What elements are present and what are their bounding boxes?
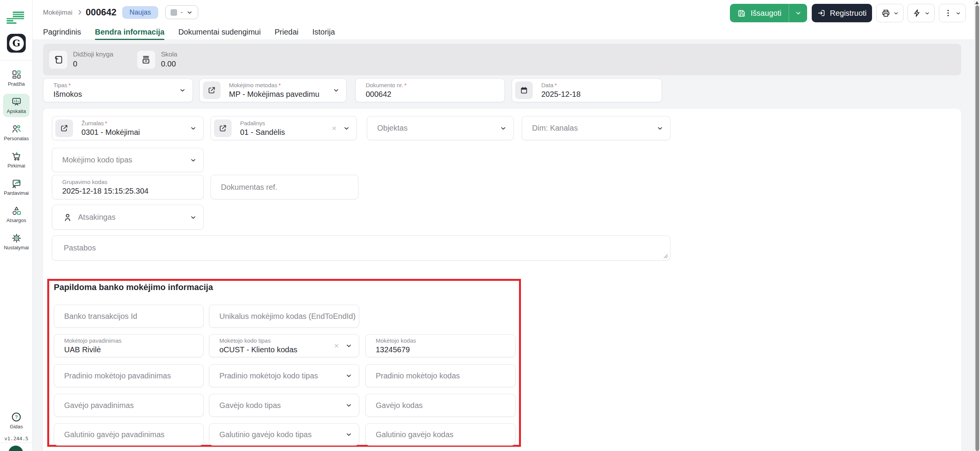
field-zurnalas[interactable]: Žurnalas*0301 - Mokėjimai xyxy=(52,116,204,140)
field-pastabos[interactable]: Pastabos xyxy=(52,235,670,260)
sidebar-item-label: Atsargos xyxy=(7,217,26,223)
chevron-down-icon xyxy=(186,9,193,16)
stat-skola: Skola 0.00 xyxy=(137,51,177,69)
people-icon xyxy=(12,124,22,134)
status-color-square xyxy=(171,9,177,16)
required-marker: * xyxy=(279,82,281,88)
field-atsakingas[interactable]: Atsakingas xyxy=(52,205,204,230)
clear-icon[interactable] xyxy=(331,125,337,131)
chevron-down-icon xyxy=(955,10,961,16)
tab-priedai[interactable]: Priedai xyxy=(275,24,298,40)
print-button[interactable] xyxy=(876,4,904,22)
field-gavejo-kodo-tipas[interactable]: Gavėjo kodo tipas xyxy=(209,394,359,417)
sidebar-item-pradzia[interactable]: Pradžia xyxy=(0,65,33,92)
external-link-icon[interactable] xyxy=(203,81,221,99)
register-icon xyxy=(817,9,826,17)
menu-icon[interactable] xyxy=(0,0,33,25)
sidebar-item-personalas[interactable]: Personalas xyxy=(0,119,33,146)
form-panel: Žurnalas*0301 - Mokėjimai Padalinys01 - … xyxy=(43,109,961,451)
register-button[interactable]: Registruoti xyxy=(812,4,872,22)
content: Didžioji knyga 0 Skola 0.00 Tipas*Išmoko… xyxy=(33,40,974,451)
calendar-icon[interactable] xyxy=(515,81,533,99)
clear-icon[interactable] xyxy=(333,343,340,349)
sidebar-item-atsargos[interactable]: Atsargos xyxy=(0,201,33,228)
field-moketojo-kodas[interactable]: Mokėtojo kodas13245679 xyxy=(365,334,516,357)
field-grupavimo-kodas[interactable]: Grupavimo kodas2025-12-18 15:15:25.304 xyxy=(52,175,204,199)
field-dokumento-nr[interactable]: Dokumento nr.*000642 xyxy=(355,78,505,102)
required-marker: * xyxy=(405,82,407,88)
field-mokejimo-metodas[interactable]: Mokėjimo metodas*MP - Mokėjimas pavedimu xyxy=(199,78,347,102)
chevron-down-icon xyxy=(179,87,186,94)
field-pradinio-kodo-tipas[interactable]: Pradinio mokėtojo kodo tipas xyxy=(209,364,359,387)
help-icon xyxy=(11,412,22,422)
field-dokumentas-ref[interactable]: Dokumentas ref. xyxy=(211,175,358,199)
topbar: Mokėjimai 000642 Naujas - Išsaugoti Regi… xyxy=(33,0,974,40)
chat-bubble-icon[interactable] xyxy=(8,446,23,451)
field-gavejo-kodas[interactable]: Gavėjo kodas xyxy=(365,394,516,417)
cart-icon xyxy=(12,151,22,161)
field-dim-kanalas[interactable]: Dim: Kanalas xyxy=(522,116,670,140)
sidebar-item-label: Personalas xyxy=(4,136,29,141)
chevron-down-icon xyxy=(500,125,507,132)
more-dots-icon xyxy=(944,8,953,18)
field-data[interactable]: Data*2025-12-18 xyxy=(512,78,662,102)
chevron-down-icon xyxy=(893,10,899,16)
actions-button[interactable] xyxy=(907,4,935,22)
field-galutinio-kodo-tipas[interactable]: Galutinio gavėjo kodo tipas xyxy=(209,423,359,446)
sidebar-item-nustatymai[interactable]: Nustatymai xyxy=(0,228,33,255)
logo-letter: G xyxy=(9,36,24,51)
more-button[interactable] xyxy=(939,4,966,22)
tab-pagrindinis[interactable]: Pagrindinis xyxy=(43,24,81,40)
field-objektas[interactable]: Objektas xyxy=(367,116,514,140)
field-galutinio-kodas[interactable]: Galutinio gavėjo kodas xyxy=(365,423,516,446)
required-marker: * xyxy=(68,82,71,88)
app-version: v1.244.5 xyxy=(4,436,28,441)
sidebar-item-apskaita[interactable]: Apskaita xyxy=(0,92,33,119)
sidebar-item-label: Pirkimai xyxy=(7,163,25,169)
field-moketojo-kodo-tipas[interactable]: Mokėtojo kodo tipasoCUST - Kliento kodas xyxy=(209,334,359,357)
sidebar-item-gidas[interactable]: Gidas xyxy=(0,412,33,429)
field-mokejimo-kodo-tipas[interactable]: Mokėjimo kodo tipas xyxy=(52,148,204,172)
field-banko-transakcijos-id[interactable]: Banko transakcijos Id xyxy=(54,305,204,328)
field-galutinio-pavadinimas[interactable]: Galutinio gavėjo pavadinimas xyxy=(54,423,204,446)
chevron-down-icon xyxy=(190,214,197,221)
stat-didzioji-knyga: Didžioji knyga 0 xyxy=(49,51,113,69)
field-padalinys[interactable]: Padalinys01 - Sandėlis xyxy=(211,116,357,140)
save-button[interactable]: Išsaugoti xyxy=(730,4,807,22)
field-pradinio-pavadinimas[interactable]: Pradinio mokėtojo pavadinimas xyxy=(54,364,204,387)
scrollbar-thumb[interactable] xyxy=(975,5,979,451)
app-logo[interactable]: G xyxy=(7,34,26,53)
tab-istorija[interactable]: Istorija xyxy=(312,24,335,40)
field-moketojo-pavadinimas[interactable]: Mokėtojo pavadinimasUAB Rivilė xyxy=(54,334,204,357)
save-icon xyxy=(737,9,746,18)
bank-info-highlight xyxy=(47,279,521,447)
field-pradinio-kodas[interactable]: Pradinio mokėtojo kodas xyxy=(365,364,516,387)
chevron-down-icon xyxy=(343,125,350,132)
scroll-up-arrow[interactable] xyxy=(975,1,979,4)
field-gavejo-pavadinimas[interactable]: Gavėjo pavadinimas xyxy=(54,394,204,417)
sidebar-divider xyxy=(0,443,33,443)
printer-icon xyxy=(881,8,890,18)
summary-bar: Didžioji knyga 0 Skola 0.00 xyxy=(43,44,961,75)
chevron-down-icon xyxy=(345,372,352,379)
field-tipas[interactable]: Tipas*Išmokos xyxy=(43,78,193,102)
chevron-down-icon xyxy=(924,10,930,16)
sidebar-item-label: Pardavimai xyxy=(4,190,29,196)
external-link-icon[interactable] xyxy=(55,119,73,137)
sales-icon xyxy=(12,179,22,189)
tab-dokumentai-sudengimui[interactable]: Dokumentai sudengimui xyxy=(178,24,261,40)
status-selector[interactable]: - xyxy=(165,5,198,19)
tab-bar: Pagrindinis Bendra informacija Dokumenta… xyxy=(43,24,335,40)
field-unikalus-kodas[interactable]: Unikalus mokėjimo kodas (EndToEndId) xyxy=(209,305,359,328)
sidebar: G Pradžia Apskaita Personalas Pirkimai P… xyxy=(0,0,33,451)
chevron-down-icon xyxy=(333,87,340,94)
external-link-icon[interactable] xyxy=(214,119,232,137)
sidebar-item-pirkimai[interactable]: Pirkimai xyxy=(0,146,33,174)
tab-bendra-informacija[interactable]: Bendra informacija xyxy=(95,24,164,40)
save-dropdown[interactable] xyxy=(789,10,807,17)
sidebar-item-pardavimai[interactable]: Pardavimai xyxy=(0,174,33,201)
chevron-down-icon xyxy=(345,402,352,409)
resize-handle[interactable] xyxy=(663,254,668,259)
scrollbar[interactable] xyxy=(974,0,980,451)
breadcrumb[interactable]: Mokėjimai xyxy=(43,9,73,17)
